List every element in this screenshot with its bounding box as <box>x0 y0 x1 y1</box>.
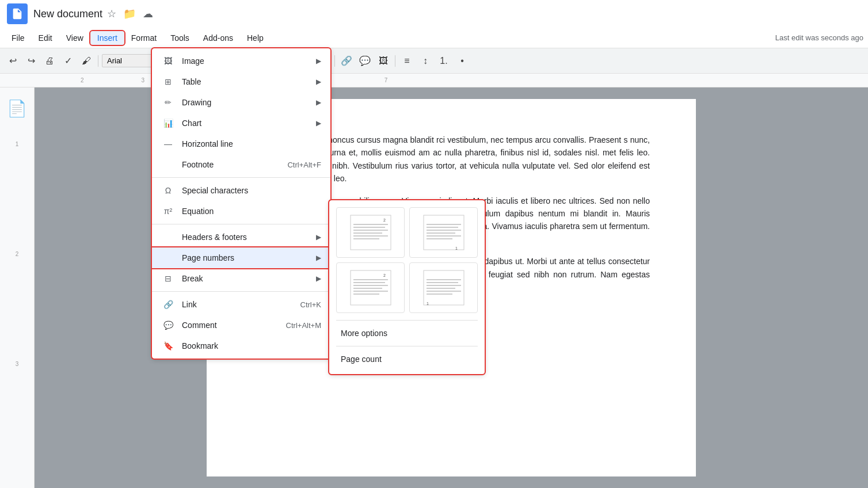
drawing-icon: ✏ <box>161 96 175 109</box>
page-numbers-arrow-icon: ▶ <box>316 254 321 262</box>
menu-item-chart[interactable]: 📊 Chart ▶ <box>152 113 330 134</box>
sidebar-ruler-markers: 1 <box>16 141 19 147</box>
special-chars-icon: Ω <box>161 184 175 197</box>
svg-rect-27 <box>427 285 461 286</box>
page-numbers-submenu: 2 1 <box>329 200 485 374</box>
redo-button[interactable]: ↪ <box>23 53 39 69</box>
table-icon: ⊞ <box>161 75 175 89</box>
undo-button[interactable]: ↩ <box>5 53 21 69</box>
svg-rect-29 <box>427 291 461 292</box>
break-icon: ⊟ <box>161 272 175 285</box>
menu-item-bookmark[interactable]: 🔖 Bookmark <box>152 336 330 356</box>
svg-rect-4 <box>353 230 388 231</box>
comment-icon: 💬 <box>161 318 175 332</box>
left-sidebar: 📄 1 2 3 <box>0 87 35 488</box>
page-number-options-grid: 2 1 <box>336 207 478 313</box>
menu-item-footnote-label: Footnote <box>182 160 287 169</box>
page-number-bottom-right[interactable]: 2 <box>336 262 405 313</box>
menu-item-image[interactable]: 🖼 Image ▶ <box>152 51 330 71</box>
page-count-row[interactable]: Page count <box>336 351 478 367</box>
title-actions: ☆ 📁 ☁ <box>107 7 153 20</box>
svg-rect-20 <box>353 285 388 286</box>
chart-icon: 📊 <box>161 116 175 130</box>
menu-item-special-chars[interactable]: Ω Special characters <box>152 180 330 201</box>
menu-item-horizontal-line[interactable]: — Horizontal line <box>152 134 330 154</box>
menu-item-table[interactable]: ⊞ Table ▶ <box>152 71 330 92</box>
folder-icon[interactable]: 📁 <box>123 7 136 20</box>
insert-image-button[interactable]: 🖼 <box>375 53 391 69</box>
menu-file[interactable]: File <box>5 31 32 45</box>
page-number-bottom-left-preview: 1 <box>421 268 467 308</box>
bookmark-icon: 🔖 <box>161 339 175 353</box>
page-icon: 📄 <box>7 99 27 118</box>
link-shortcut: Ctrl+K <box>300 300 321 309</box>
menu-item-table-label: Table <box>182 77 314 86</box>
svg-rect-25 <box>427 279 461 280</box>
svg-rect-7 <box>353 238 379 239</box>
svg-text:2: 2 <box>383 273 386 277</box>
chart-arrow-icon: ▶ <box>316 119 321 127</box>
menu-view[interactable]: View <box>59 31 90 45</box>
insert-comment-button[interactable]: 💬 <box>357 53 373 69</box>
page-numbers-icon <box>161 251 175 265</box>
menu-divider-1 <box>152 177 330 178</box>
toolbar-divider-1 <box>98 55 98 67</box>
svg-rect-13 <box>427 235 461 237</box>
svg-rect-23 <box>353 293 379 295</box>
link-icon: 🔗 <box>161 298 175 311</box>
svg-rect-26 <box>427 282 458 283</box>
svg-rect-18 <box>353 279 388 280</box>
page-number-bottom-right-preview: 2 <box>348 268 394 308</box>
break-arrow-icon: ▶ <box>316 274 321 283</box>
menu-item-link[interactable]: 🔗 Link Ctrl+K <box>152 294 330 315</box>
menu-insert[interactable]: Insert <box>90 31 124 45</box>
menu-divider-2 <box>152 224 330 224</box>
sidebar-ruler-marker-3: 3 <box>16 361 19 367</box>
headers-icon <box>161 230 175 244</box>
menu-item-page-numbers-label: Page numbers <box>182 253 314 262</box>
menu-item-page-numbers[interactable]: Page numbers ▶ <box>152 247 330 268</box>
menu-item-break[interactable]: ⊟ Break ▶ <box>152 268 330 289</box>
page-number-top-right[interactable]: 2 <box>336 207 405 258</box>
star-icon[interactable]: ☆ <box>107 7 116 20</box>
comment-shortcut: Ctrl+Alt+M <box>286 321 321 330</box>
spell-check-button[interactable]: ✓ <box>60 53 76 69</box>
more-options-row[interactable]: More options <box>336 325 478 341</box>
menu-edit[interactable]: Edit <box>32 31 59 45</box>
menu-item-equation[interactable]: π² Equation <box>152 201 330 222</box>
menu-help[interactable]: Help <box>240 31 271 45</box>
menu-item-equation-label: Equation <box>182 207 321 216</box>
menu-item-chart-label: Chart <box>182 119 314 128</box>
unordered-list-button[interactable]: • <box>454 53 470 69</box>
menu-item-drawing[interactable]: ✏ Drawing ▶ <box>152 92 330 113</box>
sidebar-ruler-marker-2: 2 <box>16 251 19 257</box>
menu-item-comment[interactable]: 💬 Comment Ctrl+Alt+M <box>152 315 330 336</box>
menu-format[interactable]: Format <box>124 31 163 45</box>
menu-tools[interactable]: Tools <box>163 31 196 45</box>
line-spacing-button[interactable]: ↕ <box>417 53 433 69</box>
print-button[interactable]: 🖨 <box>41 53 58 69</box>
menu-addons[interactable]: Add-ons <box>196 31 240 45</box>
svg-text:1: 1 <box>455 246 458 250</box>
svg-rect-30 <box>427 293 452 295</box>
menu-divider-3 <box>152 291 330 292</box>
paint-format-button[interactable]: 🖌 <box>78 53 94 69</box>
menu-item-break-label: Break <box>182 274 314 283</box>
page-number-top-left[interactable]: 1 <box>409 207 478 258</box>
menu-bar: File Edit View Insert Format Tools Add-o… <box>0 28 868 48</box>
menu-item-headers-footers[interactable]: Headers & footers ▶ <box>152 227 330 247</box>
app-icon <box>7 3 28 24</box>
align-button[interactable]: ≡ <box>399 53 415 69</box>
ordered-list-button[interactable]: 1. <box>436 53 452 69</box>
menu-item-hline-label: Horizontal line <box>182 139 321 148</box>
page-number-bottom-left[interactable]: 1 <box>409 262 478 313</box>
footnote-shortcut: Ctrl+Alt+F <box>287 161 321 169</box>
menu-item-comment-label: Comment <box>182 321 286 330</box>
menu-item-image-label: Image <box>182 56 314 66</box>
hline-icon: — <box>161 137 175 151</box>
cloud-icon[interactable]: ☁ <box>143 7 153 20</box>
link-button[interactable]: 🔗 <box>338 53 355 69</box>
menu-item-footnote[interactable]: Footnote Ctrl+Alt+F <box>152 154 330 175</box>
image-arrow-icon: ▶ <box>316 57 321 65</box>
table-arrow-icon: ▶ <box>316 78 321 86</box>
